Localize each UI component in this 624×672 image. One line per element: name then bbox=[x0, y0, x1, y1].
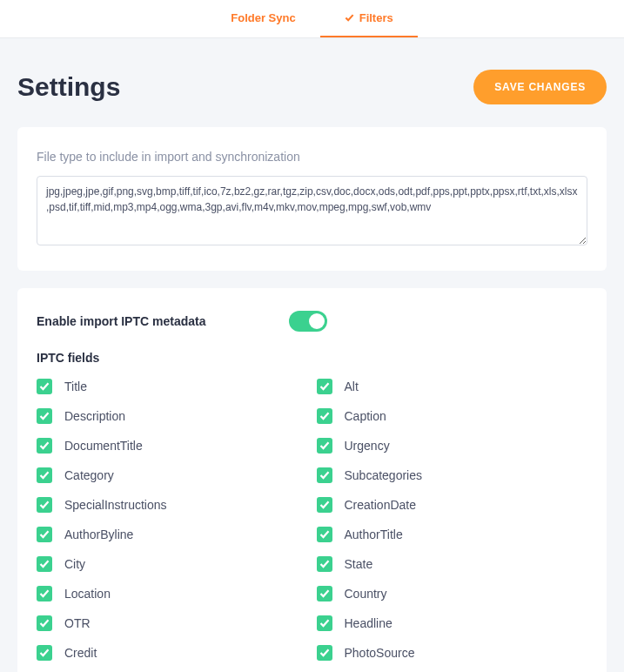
file-types-input[interactable] bbox=[37, 176, 587, 245]
checkbox[interactable] bbox=[317, 645, 332, 661]
iptc-field-item: Headline bbox=[317, 615, 588, 631]
checkbox[interactable] bbox=[37, 615, 52, 631]
iptc-card: Enable import IPTC metadata IPTC fields … bbox=[17, 288, 607, 672]
iptc-field-label: Description bbox=[64, 409, 125, 423]
iptc-toggle[interactable] bbox=[289, 311, 327, 332]
iptc-field-item: Description bbox=[37, 408, 308, 424]
iptc-field-label: Headline bbox=[345, 616, 393, 630]
iptc-field-label: PhotoSource bbox=[345, 646, 415, 660]
iptc-field-item: SpecialInstructions bbox=[37, 497, 308, 513]
file-types-card: File type to include in import and synch… bbox=[17, 127, 607, 271]
iptc-fields-grid: TitleAltDescriptionCaptionDocumentTitleU… bbox=[37, 379, 587, 672]
checkbox[interactable] bbox=[317, 497, 332, 513]
iptc-field-label: Country bbox=[345, 587, 387, 601]
iptc-field-label: Caption bbox=[345, 409, 386, 423]
tab-label: Folder Sync bbox=[231, 0, 295, 37]
checkbox[interactable] bbox=[317, 556, 332, 572]
iptc-field-label: City bbox=[64, 557, 85, 571]
page-title: Settings bbox=[17, 72, 120, 102]
content: Settings SAVE CHANGES File type to inclu… bbox=[0, 38, 624, 672]
checkbox[interactable] bbox=[37, 556, 52, 572]
iptc-field-label: Category bbox=[64, 468, 114, 482]
check-icon bbox=[345, 13, 354, 23]
iptc-field-label: AuthorTitle bbox=[345, 528, 403, 541]
checkbox[interactable] bbox=[37, 467, 52, 483]
checkbox[interactable] bbox=[37, 527, 52, 542]
iptc-field-item: AuthorByline bbox=[37, 527, 308, 542]
iptc-field-label: DocumentTitle bbox=[64, 439, 143, 453]
iptc-toggle-label: Enable import IPTC metadata bbox=[37, 314, 263, 328]
iptc-field-label: CreationDate bbox=[345, 498, 417, 512]
page-header: Settings SAVE CHANGES bbox=[17, 56, 607, 127]
checkbox[interactable] bbox=[317, 586, 332, 601]
checkbox[interactable] bbox=[317, 615, 332, 631]
checkbox[interactable] bbox=[317, 527, 332, 542]
iptc-field-item: City bbox=[37, 556, 308, 572]
checkbox[interactable] bbox=[317, 438, 332, 454]
iptc-field-label: Credit bbox=[64, 646, 97, 660]
iptc-field-label: Subcategories bbox=[345, 468, 423, 482]
checkbox[interactable] bbox=[37, 586, 52, 601]
checkbox[interactable] bbox=[37, 497, 52, 513]
checkbox[interactable] bbox=[37, 408, 52, 424]
iptc-field-item: Country bbox=[317, 586, 588, 601]
iptc-field-item: Credit bbox=[37, 645, 308, 661]
iptc-field-item: CreationDate bbox=[317, 497, 588, 513]
tab-label: Filters bbox=[359, 0, 393, 37]
iptc-field-label: Title bbox=[64, 380, 87, 393]
iptc-field-label: Alt bbox=[345, 380, 359, 393]
save-button[interactable]: SAVE CHANGES bbox=[473, 70, 607, 104]
iptc-field-item: PhotoSource bbox=[317, 645, 588, 661]
iptc-field-item: Caption bbox=[317, 408, 588, 424]
iptc-field-item: DocumentTitle bbox=[37, 438, 308, 454]
file-types-label: File type to include in import and synch… bbox=[37, 150, 587, 164]
checkbox[interactable] bbox=[317, 379, 332, 394]
checkbox[interactable] bbox=[37, 379, 52, 394]
iptc-field-item: Title bbox=[37, 379, 308, 394]
checkbox[interactable] bbox=[317, 408, 332, 424]
iptc-field-label: SpecialInstructions bbox=[64, 498, 167, 512]
iptc-toggle-row: Enable import IPTC metadata bbox=[37, 311, 587, 332]
iptc-field-label: Urgency bbox=[345, 439, 390, 453]
iptc-field-item: Alt bbox=[317, 379, 588, 394]
iptc-field-item: Subcategories bbox=[317, 467, 588, 483]
iptc-field-item: Urgency bbox=[317, 438, 588, 454]
checkbox[interactable] bbox=[37, 438, 52, 454]
toggle-knob bbox=[309, 313, 325, 329]
iptc-fields-heading: IPTC fields bbox=[37, 351, 587, 365]
tabs-bar: Folder Sync Filters bbox=[0, 0, 624, 38]
iptc-field-item: AuthorTitle bbox=[317, 527, 588, 542]
iptc-field-label: State bbox=[345, 557, 373, 571]
iptc-field-label: Location bbox=[64, 587, 111, 601]
iptc-field-item: Location bbox=[37, 586, 308, 601]
iptc-field-label: AuthorByline bbox=[64, 528, 133, 541]
iptc-field-item: OTR bbox=[37, 615, 308, 631]
checkbox[interactable] bbox=[37, 645, 52, 661]
checkbox[interactable] bbox=[317, 467, 332, 483]
iptc-field-item: Category bbox=[37, 467, 308, 483]
tab-folder-sync[interactable]: Folder Sync bbox=[206, 0, 319, 37]
iptc-field-label: OTR bbox=[64, 616, 91, 630]
iptc-field-item: State bbox=[317, 556, 588, 572]
tab-filters[interactable]: Filters bbox=[320, 0, 418, 37]
